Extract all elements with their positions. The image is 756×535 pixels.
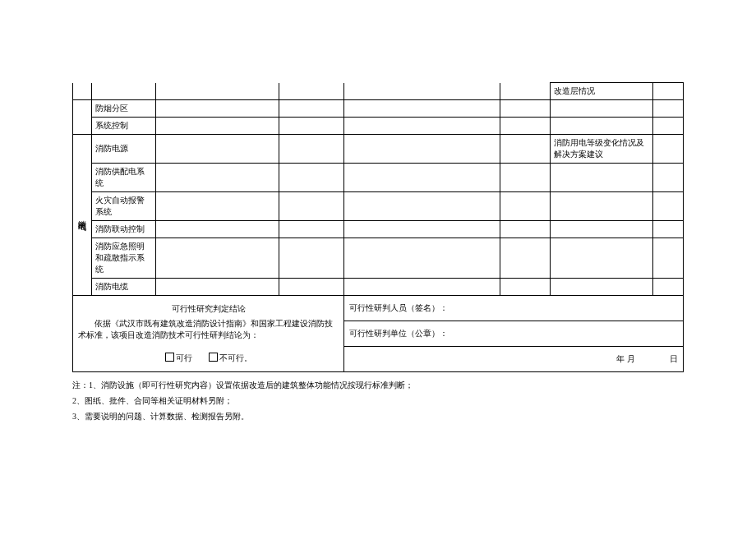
table-row: 改造层情况 — [73, 83, 684, 100]
option-yes: 可行 — [176, 353, 192, 362]
blank-cell — [652, 83, 683, 100]
blank-cell — [652, 221, 683, 238]
table-row: 消防供配电系统 — [73, 164, 684, 192]
blank-cell — [73, 83, 92, 100]
blank-cell — [344, 135, 500, 164]
blank-cell — [73, 100, 92, 118]
blank-cell — [73, 118, 92, 135]
blank-cell — [500, 83, 550, 100]
footnote-2: 2、图纸、批件、合同等相关证明材料另附； — [72, 393, 684, 408]
unit-cell: 可行性研判单位（公章）： — [344, 321, 684, 347]
blank-cell — [652, 279, 683, 296]
row-note: 消防用电等级变化情况及解决方案建议 — [550, 135, 652, 164]
blank-cell — [500, 238, 550, 279]
conclusion-cell: 可行性研究判定结论 依据《武汉市既有建筑改造消防设计指南》和国家工程建设消防技术… — [73, 296, 344, 372]
blank-cell — [279, 238, 343, 279]
blank-cell — [500, 100, 550, 118]
date-cell: 年 月 日 — [344, 347, 684, 372]
blank-cell — [652, 164, 683, 192]
blank-cell — [500, 192, 550, 221]
blank-cell — [344, 192, 500, 221]
blank-cell — [279, 164, 343, 192]
blank-cell — [279, 118, 343, 135]
blank-cell — [156, 238, 279, 279]
blank-cell — [550, 118, 652, 135]
footnote-1: 注：1、消防设施（即可行性研究内容）设置依据改造后的建筑整体功能情况按现行标准判… — [72, 377, 684, 393]
blank-cell — [279, 192, 343, 221]
option-no: 不可行。 — [219, 353, 252, 362]
blank-cell — [156, 221, 279, 238]
checkbox-icon[interactable] — [209, 353, 218, 362]
blank-cell — [156, 192, 279, 221]
table-row: 消防应急照明和疏散指示系统 — [73, 238, 684, 279]
blank-cell — [156, 164, 279, 192]
blank-cell — [156, 135, 279, 164]
blank-cell — [652, 192, 683, 221]
row-label: 消防电源 — [91, 135, 156, 164]
table-row: 消防电气 消防电源 消防用电等级变化情况及解决方案建议 — [73, 135, 684, 164]
table-row: 可行性研究判定结论 依据《武汉市既有建筑改造消防设计指南》和国家工程建设消防技术… — [73, 296, 684, 321]
signer-cell: 可行性研判人员（签名）： — [344, 296, 684, 321]
blank-cell — [344, 238, 500, 279]
blank-cell — [500, 279, 550, 296]
blank-cell — [156, 83, 279, 100]
blank-cell — [550, 221, 652, 238]
blank-cell — [550, 279, 652, 296]
blank-cell — [500, 135, 550, 164]
date-d: 日 — [670, 354, 678, 363]
conclusion-title: 可行性研究判定结论 — [78, 303, 339, 315]
blank-cell — [344, 83, 500, 100]
blank-cell — [500, 221, 550, 238]
blank-cell — [652, 135, 683, 164]
table-row: 消防电缆 — [73, 279, 684, 296]
row-label: 消防电缆 — [91, 279, 156, 296]
blank-cell — [156, 100, 279, 118]
blank-cell — [550, 164, 652, 192]
blank-cell — [344, 118, 500, 135]
blank-cell — [344, 100, 500, 118]
blank-cell — [156, 279, 279, 296]
table-row: 消防联动控制 — [73, 221, 684, 238]
table-row: 系统控制 — [73, 118, 684, 135]
blank-cell — [91, 83, 156, 100]
conclusion-options: 可行 不可行。 — [78, 353, 339, 364]
blank-cell — [279, 279, 343, 296]
date-ym: 年 月 — [616, 353, 635, 365]
blank-cell — [652, 118, 683, 135]
blank-cell — [156, 118, 279, 135]
table-row: 火灾自动报警系统 — [73, 192, 684, 221]
table-row: 防烟分区 — [73, 100, 684, 118]
footnote-3: 3、需要说明的问题、计算数据、检测报告另附。 — [72, 408, 684, 424]
blank-cell — [550, 238, 652, 279]
blank-cell — [550, 100, 652, 118]
page: 改造层情况 防烟分区 系统控制 消防电气 消防电源 消防用电等级变化情况及解决方… — [0, 0, 756, 424]
section-label: 消防电气 — [73, 135, 92, 296]
blank-cell — [344, 164, 500, 192]
blank-cell — [550, 192, 652, 221]
blank-cell — [344, 279, 500, 296]
blank-cell — [500, 164, 550, 192]
row-label: 系统控制 — [91, 118, 156, 135]
blank-cell — [500, 118, 550, 135]
row-label: 消防应急照明和疏散指示系统 — [91, 238, 156, 279]
blank-cell — [279, 221, 343, 238]
col-header: 改造层情况 — [550, 83, 652, 100]
row-label: 消防供配电系统 — [91, 164, 156, 192]
row-label: 防烟分区 — [91, 100, 156, 118]
main-table: 改造层情况 防烟分区 系统控制 消防电气 消防电源 消防用电等级变化情况及解决方… — [72, 82, 684, 372]
blank-cell — [279, 100, 343, 118]
row-label: 消防联动控制 — [91, 221, 156, 238]
blank-cell — [344, 221, 500, 238]
checkbox-icon[interactable] — [165, 353, 174, 362]
blank-cell — [279, 83, 343, 100]
conclusion-body: 依据《武汉市既有建筑改造消防设计指南》和国家工程建设消防技术标准，该项目改造消防… — [78, 318, 339, 341]
blank-cell — [279, 135, 343, 164]
row-label: 火灾自动报警系统 — [91, 192, 156, 221]
blank-cell — [652, 238, 683, 279]
footnotes: 注：1、消防设施（即可行性研究内容）设置依据改造后的建筑整体功能情况按现行标准判… — [72, 377, 684, 424]
blank-cell — [652, 100, 683, 118]
